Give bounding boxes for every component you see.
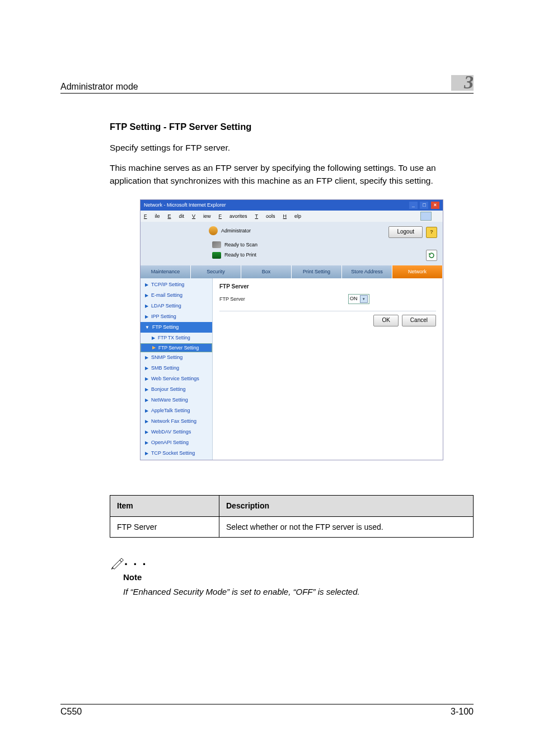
sidebar-item-tcp-socket[interactable]: ▶TCP Socket Setting [140, 448, 212, 459]
sidebar-item-ftp-tx[interactable]: ▶FTP TX Setting [140, 333, 212, 343]
menu-edit[interactable]: Edit [168, 213, 185, 220]
sidebar-item-ldap[interactable]: ▶LDAP Setting [140, 301, 212, 311]
ftp-server-select[interactable]: ON▾ [348, 294, 369, 304]
note-block: . . . Note If “Enhanced Security Mode” i… [110, 552, 474, 598]
note-text: If “Enhanced Security Mode” is set to en… [123, 586, 474, 598]
table-header-item: Item [110, 496, 219, 516]
menu-tools[interactable]: Tools [255, 213, 275, 220]
page-footer: C550 3-100 [60, 704, 474, 717]
window-controls: _ □ × [408, 202, 439, 209]
tab-store-address[interactable]: Store Address [342, 265, 392, 278]
section-para-1: Specify settings for FTP server. [110, 142, 474, 154]
help-button[interactable]: ? [426, 227, 437, 238]
scanner-icon [212, 241, 221, 248]
sidebar-item-network-fax[interactable]: ▶Network Fax Setting [140, 416, 212, 427]
section-heading: FTP Setting - FTP Server Setting [110, 120, 474, 134]
sidebar-item-bonjour[interactable]: ▶Bonjour Setting [140, 384, 212, 395]
tab-maintenance[interactable]: Maintenance [140, 265, 191, 278]
cancel-button[interactable]: Cancel [402, 315, 436, 326]
printer-icon [212, 252, 221, 259]
ie-logo-icon [420, 212, 432, 221]
sidebar-item-ftp-server[interactable]: ▶FTP Server Setting [140, 343, 212, 352]
ellipsis-icon: . . . [124, 552, 147, 570]
close-icon[interactable]: × [431, 202, 439, 209]
browser-screenshot: Network - Microsoft Internet Explorer _ … [140, 199, 443, 460]
admin-icon [209, 226, 218, 235]
table-header-description: Description [219, 496, 474, 516]
sidebar-item-email[interactable]: ▶E-mail Setting [140, 290, 212, 301]
menu-file[interactable]: File [144, 213, 160, 220]
field-label-ftp-server: FTP Server [219, 296, 348, 303]
sidebar-item-appletalk[interactable]: ▶AppleTalk Setting [140, 405, 212, 416]
sidebar: ▶TCP/IP Setting ▶E-mail Setting ▶LDAP Se… [140, 278, 213, 460]
table-cell-description: Select whether or not the FTP server is … [219, 516, 474, 537]
logout-button[interactable]: Logout [388, 226, 423, 238]
sidebar-item-ipp[interactable]: ▶IPP Setting [140, 311, 212, 322]
maximize-icon[interactable]: □ [420, 202, 428, 209]
menu-favorites[interactable]: Favorites [219, 213, 247, 220]
page-header-title: Administrator mode [60, 82, 138, 92]
menu-view[interactable]: View [192, 213, 211, 220]
pen-icon [110, 556, 124, 570]
section-para-2: This machine serves as an FTP server by … [110, 162, 474, 187]
main-panel: FTP Server FTP Server ON▾ OK Cancel [213, 278, 443, 460]
status-print: Ready to Print [224, 251, 256, 259]
ok-button[interactable]: OK [373, 315, 398, 326]
tab-print-setting[interactable]: Print Setting [292, 265, 342, 278]
sidebar-item-web-service[interactable]: ▶Web Service Settings [140, 374, 212, 384]
menu-help[interactable]: Help [283, 213, 302, 220]
chevron-down-icon: ▾ [360, 295, 368, 303]
sidebar-item-snmp[interactable]: ▶SNMP Setting [140, 352, 212, 363]
admin-label: Administrator [221, 227, 251, 235]
refresh-icon [428, 252, 435, 259]
refresh-button[interactable] [426, 250, 437, 261]
panel-title: FTP Server [219, 283, 436, 291]
table-cell-item: FTP Server [110, 516, 219, 537]
chapter-number: 3 [464, 73, 474, 92]
browser-menubar: File Edit View Favorites Tools Help [140, 211, 443, 222]
status-area: Ready to Scan Ready to Print [140, 239, 443, 265]
tab-security[interactable]: Security [191, 265, 241, 278]
description-table: Item Description FTP Server Select wheth… [110, 495, 474, 538]
note-label: Note [123, 571, 474, 584]
table-row: FTP Server Select whether or not the FTP… [110, 516, 474, 537]
sidebar-item-smb[interactable]: ▶SMB Setting [140, 363, 212, 374]
minimize-icon[interactable]: _ [409, 202, 418, 209]
sidebar-item-ftp[interactable]: ▼FTP Setting [140, 322, 212, 333]
sidebar-item-webdav[interactable]: ▶WebDAV Settings [140, 427, 212, 437]
header-strip: Administrator Logout ? [140, 222, 443, 239]
sidebar-item-tcpip[interactable]: ▶TCP/IP Setting [140, 279, 212, 290]
footer-left: C550 [60, 707, 82, 717]
footer-right: 3-100 [451, 707, 474, 717]
sidebar-item-netware[interactable]: ▶NetWare Setting [140, 395, 212, 405]
tab-box[interactable]: Box [241, 265, 292, 278]
window-titlebar: Network - Microsoft Internet Explorer _ … [140, 200, 443, 211]
status-scan: Ready to Scan [224, 241, 257, 249]
window-title: Network - Microsoft Internet Explorer [144, 202, 226, 209]
sidebar-item-openapi[interactable]: ▶OpenAPI Setting [140, 437, 212, 448]
tab-network[interactable]: Network [392, 265, 443, 278]
tab-bar: Maintenance Security Box Print Setting S… [140, 265, 443, 278]
